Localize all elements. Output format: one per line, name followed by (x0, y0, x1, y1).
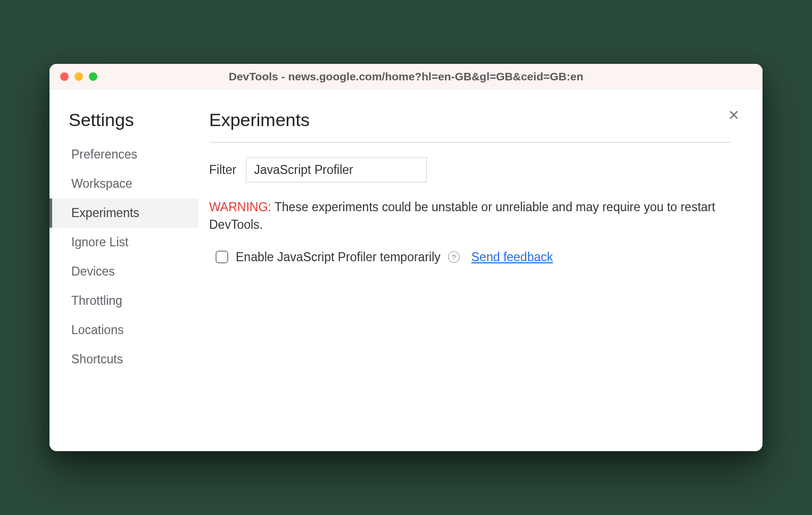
sidebar-item-shortcuts[interactable]: Shortcuts (49, 345, 198, 374)
warning-text: These experiments could be unstable or u… (209, 200, 715, 231)
sidebar-item-devices[interactable]: Devices (49, 257, 198, 286)
sidebar-item-workspace[interactable]: Workspace (49, 169, 198, 198)
filter-label: Filter (209, 163, 236, 177)
main-panel: Experiments Filter WARNING: These experi… (198, 89, 763, 451)
window-title: DevTools - news.google.com/home?hl=en-GB… (59, 70, 753, 83)
close-icon (727, 108, 741, 122)
close-settings-button[interactable] (724, 105, 743, 124)
experiment-checkbox[interactable] (216, 251, 228, 263)
sidebar-item-preferences[interactable]: Preferences (49, 140, 198, 169)
titlebar: DevTools - news.google.com/home?hl=en-GB… (49, 64, 763, 89)
devtools-settings-window: DevTools - news.google.com/home?hl=en-GB… (49, 64, 763, 451)
minimize-window-button[interactable] (74, 72, 83, 81)
warning-prefix: WARNING: (209, 200, 271, 214)
sidebar-item-experiments[interactable]: Experiments (49, 198, 198, 228)
maximize-window-button[interactable] (89, 72, 97, 81)
window-controls (60, 72, 97, 81)
settings-sidebar: Settings Preferences Workspace Experimen… (49, 89, 198, 451)
experiment-row: Enable JavaScript Profiler temporarily ?… (209, 250, 731, 264)
page-title: Experiments (209, 110, 731, 143)
sidebar-item-locations[interactable]: Locations (49, 315, 198, 345)
help-icon[interactable]: ? (448, 251, 460, 263)
send-feedback-link[interactable]: Send feedback (471, 250, 553, 264)
warning-message: WARNING: These experiments could be unst… (209, 198, 731, 234)
content-area: Settings Preferences Workspace Experimen… (49, 89, 763, 451)
sidebar-item-ignore-list[interactable]: Ignore List (49, 228, 198, 257)
filter-input[interactable] (246, 157, 427, 182)
sidebar-item-throttling[interactable]: Throttling (49, 286, 198, 315)
close-window-button[interactable] (60, 72, 69, 81)
sidebar-title: Settings (49, 110, 198, 140)
filter-row: Filter (209, 157, 731, 182)
experiment-label: Enable JavaScript Profiler temporarily (236, 250, 441, 264)
